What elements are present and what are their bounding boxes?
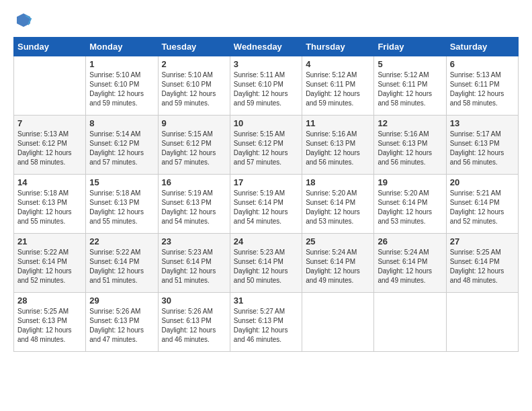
day-info: Sunrise: 5:10 AMSunset: 6:10 PMDaylight:… [162, 71, 226, 108]
day-number: 13 [450, 118, 515, 128]
day-number: 4 [306, 59, 370, 69]
week-row-2: 14Sunrise: 5:18 AMSunset: 6:13 PMDayligh… [14, 175, 519, 234]
calendar-cell: 28Sunrise: 5:25 AMSunset: 6:13 PMDayligh… [14, 293, 86, 352]
day-number: 23 [162, 236, 226, 246]
weekday-header-sunday: Sunday [14, 38, 86, 56]
calendar-cell: 14Sunrise: 5:18 AMSunset: 6:13 PMDayligh… [14, 175, 86, 234]
calendar-cell: 21Sunrise: 5:22 AMSunset: 6:14 PMDayligh… [14, 234, 86, 293]
day-number: 30 [162, 295, 226, 306]
day-info: Sunrise: 5:19 AMSunset: 6:13 PMDaylight:… [162, 189, 226, 226]
day-info: Sunrise: 5:15 AMSunset: 6:12 PMDaylight:… [234, 130, 298, 167]
day-number: 11 [306, 118, 370, 128]
calendar-cell: 12Sunrise: 5:16 AMSunset: 6:13 PMDayligh… [374, 116, 446, 175]
day-number: 14 [17, 177, 82, 187]
calendar-cell: 18Sunrise: 5:20 AMSunset: 6:14 PMDayligh… [302, 175, 374, 234]
day-number: 3 [234, 59, 298, 69]
day-number: 25 [306, 236, 370, 246]
weekday-header-tuesday: Tuesday [158, 38, 230, 56]
weekday-header-saturday: Saturday [446, 38, 518, 56]
calendar-cell: 3Sunrise: 5:11 AMSunset: 6:10 PMDaylight… [230, 56, 302, 116]
calendar-cell: 11Sunrise: 5:16 AMSunset: 6:13 PMDayligh… [302, 116, 374, 175]
calendar-cell: 30Sunrise: 5:26 AMSunset: 6:13 PMDayligh… [158, 293, 230, 352]
day-number: 24 [234, 236, 298, 246]
day-number: 22 [89, 236, 154, 246]
day-info: Sunrise: 5:13 AMSunset: 6:12 PMDaylight:… [17, 130, 82, 167]
calendar-cell: 29Sunrise: 5:26 AMSunset: 6:13 PMDayligh… [86, 293, 158, 352]
weekday-header-row: SundayMondayTuesdayWednesdayThursdayFrid… [14, 38, 519, 56]
day-info: Sunrise: 5:18 AMSunset: 6:13 PMDaylight:… [17, 189, 82, 226]
calendar-cell: 27Sunrise: 5:25 AMSunset: 6:14 PMDayligh… [446, 234, 518, 293]
day-info: Sunrise: 5:22 AMSunset: 6:14 PMDaylight:… [17, 248, 82, 285]
day-number: 26 [378, 236, 442, 246]
calendar-cell: 17Sunrise: 5:19 AMSunset: 6:14 PMDayligh… [230, 175, 302, 234]
weekday-header-monday: Monday [86, 38, 158, 56]
day-info: Sunrise: 5:25 AMSunset: 6:14 PMDaylight:… [450, 248, 515, 285]
day-info: Sunrise: 5:19 AMSunset: 6:14 PMDaylight:… [234, 189, 298, 226]
day-info: Sunrise: 5:23 AMSunset: 6:14 PMDaylight:… [162, 248, 226, 285]
week-row-4: 28Sunrise: 5:25 AMSunset: 6:13 PMDayligh… [14, 293, 519, 352]
calendar-cell: 22Sunrise: 5:22 AMSunset: 6:14 PMDayligh… [86, 234, 158, 293]
calendar-cell: 31Sunrise: 5:27 AMSunset: 6:13 PMDayligh… [230, 293, 302, 352]
day-info: Sunrise: 5:11 AMSunset: 6:10 PMDaylight:… [234, 71, 298, 108]
calendar-cell: 16Sunrise: 5:19 AMSunset: 6:13 PMDayligh… [158, 175, 230, 234]
day-number: 18 [306, 177, 370, 187]
day-info: Sunrise: 5:20 AMSunset: 6:14 PMDaylight:… [378, 189, 442, 226]
day-number: 6 [450, 59, 515, 69]
day-number: 19 [378, 177, 442, 187]
day-info: Sunrise: 5:20 AMSunset: 6:14 PMDaylight:… [306, 189, 370, 226]
calendar-cell: 1Sunrise: 5:10 AMSunset: 6:10 PMDaylight… [86, 56, 158, 116]
calendar-cell: 23Sunrise: 5:23 AMSunset: 6:14 PMDayligh… [158, 234, 230, 293]
day-info: Sunrise: 5:24 AMSunset: 6:14 PMDaylight:… [378, 248, 442, 285]
day-info: Sunrise: 5:22 AMSunset: 6:14 PMDaylight:… [89, 248, 154, 285]
day-number: 10 [234, 118, 298, 128]
calendar-cell: 4Sunrise: 5:12 AMSunset: 6:11 PMDaylight… [302, 56, 374, 116]
day-number: 1 [89, 59, 154, 69]
day-number: 8 [89, 118, 154, 128]
day-info: Sunrise: 5:24 AMSunset: 6:14 PMDaylight:… [306, 248, 370, 285]
day-info: Sunrise: 5:14 AMSunset: 6:12 PMDaylight:… [89, 130, 154, 167]
calendar-cell: 7Sunrise: 5:13 AMSunset: 6:12 PMDaylight… [14, 116, 86, 175]
day-number: 12 [378, 118, 442, 128]
weekday-header-thursday: Thursday [302, 38, 374, 56]
calendar-cell: 10Sunrise: 5:15 AMSunset: 6:12 PMDayligh… [230, 116, 302, 175]
day-number: 2 [162, 59, 226, 69]
day-number: 15 [89, 177, 154, 187]
calendar-cell: 2Sunrise: 5:10 AMSunset: 6:10 PMDaylight… [158, 56, 230, 116]
calendar-cell: 26Sunrise: 5:24 AMSunset: 6:14 PMDayligh… [374, 234, 446, 293]
day-info: Sunrise: 5:12 AMSunset: 6:11 PMDaylight:… [306, 71, 370, 108]
day-info: Sunrise: 5:16 AMSunset: 6:13 PMDaylight:… [378, 130, 442, 167]
day-number: 28 [17, 295, 82, 306]
day-number: 16 [162, 177, 226, 187]
calendar-cell [14, 56, 86, 116]
day-info: Sunrise: 5:17 AMSunset: 6:13 PMDaylight:… [450, 130, 515, 167]
calendar-cell: 9Sunrise: 5:15 AMSunset: 6:12 PMDaylight… [158, 116, 230, 175]
day-info: Sunrise: 5:25 AMSunset: 6:13 PMDaylight:… [17, 307, 82, 345]
day-number: 27 [450, 236, 515, 246]
weekday-header-wednesday: Wednesday [230, 38, 302, 56]
day-number: 20 [450, 177, 515, 187]
day-info: Sunrise: 5:16 AMSunset: 6:13 PMDaylight:… [306, 130, 370, 167]
day-info: Sunrise: 5:23 AMSunset: 6:14 PMDaylight:… [234, 248, 298, 285]
weekday-header-friday: Friday [374, 38, 446, 56]
week-row-1: 7Sunrise: 5:13 AMSunset: 6:12 PMDaylight… [14, 116, 519, 175]
day-info: Sunrise: 5:26 AMSunset: 6:13 PMDaylight:… [162, 307, 226, 345]
header [13, 10, 519, 30]
day-info: Sunrise: 5:18 AMSunset: 6:13 PMDaylight:… [89, 189, 154, 226]
calendar-cell [302, 293, 374, 352]
calendar-cell: 5Sunrise: 5:12 AMSunset: 6:11 PMDaylight… [374, 56, 446, 116]
day-number: 31 [234, 295, 298, 306]
calendar-cell: 24Sunrise: 5:23 AMSunset: 6:14 PMDayligh… [230, 234, 302, 293]
calendar-cell: 8Sunrise: 5:14 AMSunset: 6:12 PMDaylight… [86, 116, 158, 175]
day-number: 21 [17, 236, 82, 246]
day-info: Sunrise: 5:13 AMSunset: 6:11 PMDaylight:… [450, 71, 515, 108]
calendar-cell [374, 293, 446, 352]
calendar-cell: 19Sunrise: 5:20 AMSunset: 6:14 PMDayligh… [374, 175, 446, 234]
day-number: 9 [162, 118, 226, 128]
calendar-cell: 25Sunrise: 5:24 AMSunset: 6:14 PMDayligh… [302, 234, 374, 293]
calendar-cell: 15Sunrise: 5:18 AMSunset: 6:13 PMDayligh… [86, 175, 158, 234]
day-info: Sunrise: 5:15 AMSunset: 6:12 PMDaylight:… [162, 130, 226, 167]
day-info: Sunrise: 5:12 AMSunset: 6:11 PMDaylight:… [378, 71, 442, 108]
day-number: 5 [378, 59, 442, 69]
day-info: Sunrise: 5:21 AMSunset: 6:14 PMDaylight:… [450, 189, 515, 226]
week-row-0: 1Sunrise: 5:10 AMSunset: 6:10 PMDaylight… [14, 56, 519, 116]
